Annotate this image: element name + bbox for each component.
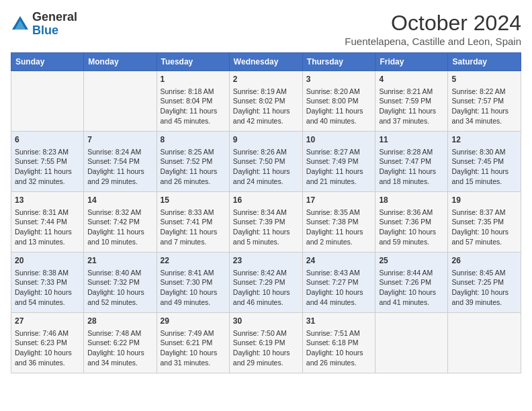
day-info-line: Sunset: 8:00 PM: [306, 96, 372, 106]
calendar-cell: 5Sunrise: 8:22 AMSunset: 7:57 PMDaylight…: [448, 71, 521, 132]
calendar-cell: 17Sunrise: 8:35 AMSunset: 7:38 PMDayligh…: [302, 192, 375, 253]
header-row: SundayMondayTuesdayWednesdayThursdayFrid…: [11, 53, 521, 71]
day-info-line: Daylight: 11 hours and 29 minutes.: [87, 167, 152, 186]
day-info-line: Sunset: 7:33 PM: [15, 277, 80, 287]
calendar-cell: 26Sunrise: 8:45 AMSunset: 7:25 PMDayligh…: [448, 253, 521, 313]
calendar-cell: 24Sunrise: 8:43 AMSunset: 7:27 PMDayligh…: [302, 253, 375, 313]
calendar-cell: 27Sunrise: 7:46 AMSunset: 6:23 PMDayligh…: [11, 313, 84, 373]
day-info-line: Daylight: 11 hours and 7 minutes.: [161, 227, 226, 246]
day-info-line: Sunrise: 8:32 AM: [87, 208, 152, 218]
day-info-line: Sunset: 7:44 PM: [15, 217, 80, 227]
day-number: 10: [306, 134, 372, 146]
day-number: 18: [379, 195, 444, 206]
day-number: 12: [451, 134, 517, 146]
day-info-line: Sunrise: 8:28 AM: [379, 147, 444, 157]
day-info-line: Sunset: 7:54 PM: [87, 156, 152, 167]
day-info-line: Sunrise: 8:26 AM: [233, 147, 299, 157]
page-header: General Blue October 2024 Fuentelapena, …: [11, 11, 521, 47]
day-info-line: Sunrise: 8:18 AM: [161, 87, 226, 97]
day-info-line: Daylight: 11 hours and 37 minutes.: [379, 106, 444, 126]
day-info-line: Sunset: 7:42 PM: [87, 217, 152, 227]
calendar-cell: 25Sunrise: 8:44 AMSunset: 7:26 PMDayligh…: [375, 253, 448, 313]
logo-icon: [11, 15, 30, 34]
calendar-cell: 3Sunrise: 8:20 AMSunset: 8:00 PMDaylight…: [302, 71, 375, 132]
calendar-cell: [375, 313, 448, 373]
calendar-cell: 1Sunrise: 8:18 AMSunset: 8:04 PMDaylight…: [157, 71, 229, 132]
day-info-line: Sunrise: 8:22 AM: [451, 87, 517, 97]
day-info-line: Sunrise: 8:37 AM: [451, 208, 517, 218]
day-info-line: Sunset: 7:49 PM: [306, 156, 372, 167]
day-number: 22: [161, 255, 226, 267]
day-number: 2: [233, 74, 299, 85]
day-info-line: Sunset: 7:52 PM: [161, 156, 226, 167]
day-info-line: Daylight: 11 hours and 21 minutes.: [306, 167, 372, 186]
logo-general-text: General: [32, 10, 77, 24]
day-number: 23: [233, 255, 299, 267]
day-number: 6: [15, 134, 80, 146]
day-info-line: Sunrise: 8:33 AM: [161, 208, 226, 218]
day-number: 16: [233, 195, 299, 206]
day-info-line: Sunrise: 8:44 AM: [379, 268, 444, 278]
calendar-cell: 2Sunrise: 8:19 AMSunset: 8:02 PMDaylight…: [229, 71, 302, 132]
day-info-line: Daylight: 10 hours and 52 minutes.: [87, 287, 152, 307]
header-wednesday: Wednesday: [229, 53, 302, 71]
day-info-line: Sunrise: 7:46 AM: [15, 328, 80, 338]
week-row-4: 20Sunrise: 8:38 AMSunset: 7:33 PMDayligh…: [11, 253, 521, 313]
day-number: 29: [161, 316, 226, 327]
logo-blue-text: Blue: [32, 24, 58, 37]
day-info-line: Sunrise: 8:31 AM: [15, 208, 80, 218]
day-info-line: Daylight: 10 hours and 29 minutes.: [233, 348, 299, 367]
day-info-line: Daylight: 10 hours and 59 minutes.: [379, 227, 444, 246]
calendar-cell: 30Sunrise: 7:50 AMSunset: 6:19 PMDayligh…: [229, 313, 302, 373]
day-info-line: Daylight: 11 hours and 15 minutes.: [451, 167, 517, 186]
day-info-line: Daylight: 11 hours and 10 minutes.: [87, 227, 152, 246]
header-thursday: Thursday: [302, 53, 375, 71]
day-info-line: Sunrise: 8:45 AM: [451, 268, 517, 278]
day-number: 4: [379, 74, 444, 85]
calendar-cell: 22Sunrise: 8:41 AMSunset: 7:30 PMDayligh…: [157, 253, 229, 313]
day-info-line: Sunrise: 8:43 AM: [306, 268, 372, 278]
day-info-line: Daylight: 10 hours and 39 minutes.: [451, 287, 517, 307]
calendar-cell: 10Sunrise: 8:27 AMSunset: 7:49 PMDayligh…: [302, 132, 375, 192]
title-block: October 2024 Fuentelapena, Castille and …: [345, 11, 521, 47]
day-info-line: Daylight: 10 hours and 34 minutes.: [87, 348, 152, 367]
calendar-cell: [11, 71, 84, 132]
calendar-cell: 6Sunrise: 8:23 AMSunset: 7:55 PMDaylight…: [11, 132, 84, 192]
day-info-line: Daylight: 11 hours and 40 minutes.: [306, 106, 372, 126]
header-sunday: Sunday: [11, 53, 84, 71]
day-info-line: Sunset: 7:27 PM: [306, 277, 372, 287]
day-info-line: Sunrise: 7:48 AM: [87, 328, 152, 338]
day-info-line: Sunset: 6:21 PM: [161, 338, 226, 348]
day-info-line: Sunset: 7:47 PM: [379, 156, 444, 167]
day-info-line: Daylight: 10 hours and 26 minutes.: [306, 348, 372, 367]
day-info-line: Daylight: 11 hours and 42 minutes.: [233, 106, 299, 126]
day-number: 26: [451, 255, 517, 267]
day-info-line: Daylight: 10 hours and 46 minutes.: [233, 287, 299, 307]
day-info-line: Daylight: 11 hours and 2 minutes.: [306, 227, 372, 246]
day-info-line: Daylight: 10 hours and 57 minutes.: [451, 227, 517, 246]
month-title: October 2024: [345, 11, 521, 36]
day-info-line: Daylight: 11 hours and 45 minutes.: [161, 106, 226, 126]
day-info-line: Daylight: 11 hours and 34 minutes.: [451, 106, 517, 126]
calendar-cell: 9Sunrise: 8:26 AMSunset: 7:50 PMDaylight…: [229, 132, 302, 192]
day-info-line: Sunrise: 8:36 AM: [379, 208, 444, 218]
day-info-line: Daylight: 10 hours and 49 minutes.: [161, 287, 226, 307]
calendar-cell: 13Sunrise: 8:31 AMSunset: 7:44 PMDayligh…: [11, 192, 84, 253]
day-info-line: Sunset: 8:02 PM: [233, 96, 299, 106]
day-number: 21: [87, 255, 152, 267]
day-info-line: Sunrise: 8:19 AM: [233, 87, 299, 97]
day-info-line: Sunset: 7:25 PM: [451, 277, 517, 287]
day-number: 31: [306, 316, 372, 327]
day-number: 5: [451, 74, 517, 85]
day-info-line: Daylight: 11 hours and 18 minutes.: [379, 167, 444, 186]
week-row-1: 1Sunrise: 8:18 AMSunset: 8:04 PMDaylight…: [11, 71, 521, 132]
calendar-cell: 28Sunrise: 7:48 AMSunset: 6:22 PMDayligh…: [84, 313, 157, 373]
day-info-line: Daylight: 10 hours and 36 minutes.: [15, 348, 80, 367]
day-info-line: Sunrise: 8:21 AM: [379, 87, 444, 97]
header-tuesday: Tuesday: [157, 53, 229, 71]
day-info-line: Sunset: 7:50 PM: [233, 156, 299, 167]
day-info-line: Sunset: 6:23 PM: [15, 338, 80, 348]
calendar-cell: [84, 71, 157, 132]
day-info-line: Sunset: 6:18 PM: [306, 338, 372, 348]
day-info-line: Sunset: 6:22 PM: [87, 338, 152, 348]
